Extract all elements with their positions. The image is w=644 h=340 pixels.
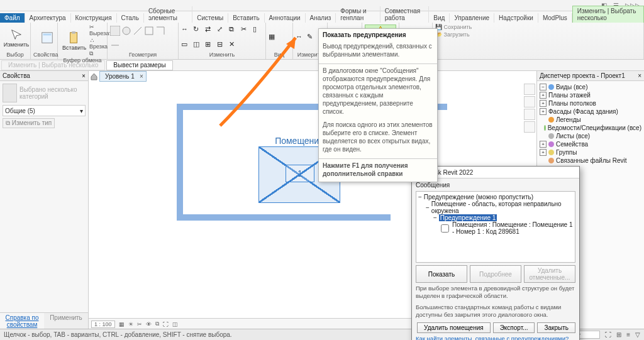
- panel-label: Выбор: [3, 52, 28, 58]
- tab-architecture[interactable]: Архитектура: [25, 13, 71, 23]
- geom-icon[interactable]: [121, 26, 131, 36]
- show-button[interactable]: Показать: [416, 265, 467, 283]
- modify-button[interactable]: Изменить: [3, 25, 30, 50]
- view-tab-level1[interactable]: Уровень 1: [99, 71, 147, 82]
- home-icon[interactable]: [90, 72, 98, 80]
- expand-icon[interactable]: +: [540, 92, 547, 99]
- geom-icon[interactable]: [155, 26, 165, 36]
- mod-icon[interactable]: ✕: [229, 40, 239, 50]
- tab-manage[interactable]: Управление: [450, 13, 494, 23]
- mod-icon[interactable]: ⤢: [217, 25, 227, 35]
- tab-insert[interactable]: Вставить: [228, 13, 264, 23]
- help-link[interactable]: Как найти элементы, связанные с предупре…: [416, 335, 575, 341]
- expand-icon[interactable]: −: [540, 84, 547, 90]
- delete-rooms-button[interactable]: Удалить помещения: [417, 322, 491, 333]
- mod-icon[interactable]: ◫: [193, 40, 203, 50]
- tree-views[interactable]: Виды (все): [556, 84, 587, 90]
- mod-icon[interactable]: ▭: [181, 40, 191, 50]
- save-selection[interactable]: 💾 Сохранить: [435, 24, 472, 30]
- status-icon[interactable]: ▽: [635, 331, 640, 338]
- tab-massing[interactable]: Формы и генплан: [336, 6, 380, 23]
- vc-icon[interactable]: ⛶: [163, 321, 169, 327]
- geom-icon[interactable]: [110, 40, 120, 50]
- tree-legends[interactable]: Легенды: [556, 116, 581, 123]
- tree-ceilings[interactable]: Планы потолков: [548, 100, 596, 107]
- mod-icon[interactable]: ✂: [241, 25, 251, 35]
- tree-sheets[interactable]: Листы (все): [556, 133, 590, 140]
- mod-icon[interactable]: ⊞: [205, 40, 215, 50]
- mod-icon[interactable]: ⇄: [205, 25, 215, 35]
- tab-steel[interactable]: Сталь: [117, 13, 144, 23]
- geom-icon[interactable]: [133, 26, 143, 36]
- tab-annotate[interactable]: Аннотации: [265, 13, 306, 23]
- vc-icon[interactable]: ⧉: [155, 321, 159, 327]
- close-button[interactable]: Закрыть: [537, 322, 575, 333]
- mod-icon[interactable]: ↻: [193, 25, 203, 35]
- mod-icon[interactable]: ▯: [253, 25, 263, 35]
- load-selection[interactable]: 📂 Загрузить: [435, 31, 470, 38]
- expand-icon[interactable]: +: [540, 108, 547, 115]
- mod-icon[interactable]: ⊟: [217, 40, 227, 50]
- properties-help-link[interactable]: Справка по свойствам: [0, 313, 44, 329]
- tab-modplus[interactable]: ModPlus: [538, 13, 572, 23]
- tab-structure[interactable]: Конструкция: [71, 13, 117, 23]
- properties-button[interactable]: [33, 25, 61, 50]
- expand-icon[interactable]: +: [540, 141, 547, 148]
- tab-collab[interactable]: Совместная работа: [380, 6, 430, 23]
- dimensions-button[interactable]: Вывести размеры: [106, 60, 172, 70]
- vc-icon[interactable]: ◫: [172, 321, 178, 327]
- geom-icon[interactable]: [110, 26, 120, 36]
- measure-icon[interactable]: ↔: [296, 33, 306, 43]
- warn-element[interactable]: Помещения : Помещение : Помещение 1 - Но…: [452, 221, 573, 235]
- status-icon[interactable]: ⛶: [605, 331, 611, 338]
- tree-families[interactable]: Семейства: [556, 141, 588, 148]
- svg-rect-4: [110, 26, 120, 36]
- paste-button[interactable]: Вставить: [60, 28, 88, 53]
- tree-groups[interactable]: Группы: [556, 149, 577, 156]
- status-icon[interactable]: ⊞: [616, 331, 621, 338]
- tab-addins[interactable]: Надстройки: [494, 13, 538, 23]
- tree-schedules[interactable]: Ведомости/Спецификации (все): [548, 124, 641, 131]
- close-icon[interactable]: ×: [82, 72, 86, 79]
- dialog-info: При выборе элемента в древовидной структ…: [416, 283, 575, 302]
- panel-label: Вид: [269, 52, 290, 58]
- navwheel-icon[interactable]: [524, 84, 535, 95]
- warning-tree[interactable]: −Предупреждение (можно пропустить) −Поме…: [416, 191, 575, 263]
- svg-rect-1: [43, 33, 52, 35]
- zoom-icon[interactable]: [524, 109, 535, 120]
- warn-item-selected[interactable]: Предупреждение 1: [439, 214, 497, 221]
- scale-dropdown[interactable]: 1 : 100: [91, 321, 115, 328]
- orbit-icon[interactable]: [524, 121, 535, 133]
- view-icon[interactable]: ▦: [269, 33, 279, 43]
- warn-checkbox[interactable]: [441, 224, 449, 233]
- warn-room[interactable]: Помещение - область, которая неправильно…: [431, 200, 573, 214]
- tab-modify-multi[interactable]: Изменить | Выбрать несколько: [572, 6, 644, 23]
- tab-precast[interactable]: Сборные элементы: [144, 6, 192, 23]
- type-name: Выбрано несколько категорий: [19, 86, 86, 100]
- vc-icon[interactable]: ✂: [137, 321, 142, 327]
- vc-icon[interactable]: ☀: [128, 321, 133, 327]
- tree-elevations[interactable]: Фасады (Фасад здания): [548, 108, 618, 115]
- geom-icon[interactable]: [144, 26, 154, 36]
- tab-analyze[interactable]: Анализ: [306, 13, 336, 23]
- apply-button[interactable]: Применить: [44, 313, 88, 329]
- export-button[interactable]: Экспорт...: [493, 322, 535, 333]
- vc-icon[interactable]: ▦: [119, 321, 125, 327]
- mod-icon[interactable]: ↔: [181, 25, 191, 35]
- vc-icon[interactable]: 👁: [146, 321, 152, 327]
- warn-root[interactable]: Предупреждение (можно пропустить): [424, 194, 533, 200]
- status-icon[interactable]: ≡: [626, 331, 630, 338]
- expand-icon[interactable]: +: [540, 149, 547, 156]
- tab-file[interactable]: Файл: [0, 13, 25, 23]
- mod-icon[interactable]: ⧉: [229, 25, 239, 35]
- close-icon[interactable]: ×: [638, 72, 641, 79]
- measure-icon[interactable]: ✎: [307, 33, 317, 43]
- tab-view[interactable]: Вид: [429, 13, 450, 23]
- expand-icon[interactable]: +: [540, 100, 547, 107]
- category-dropdown[interactable]: Общие (5)▾: [3, 105, 86, 116]
- tab-systems[interactable]: Системы: [192, 13, 228, 23]
- pan-icon[interactable]: [524, 96, 535, 107]
- tree-links[interactable]: Связанные файлы Revit: [556, 157, 627, 164]
- edit-type-button[interactable]: ⧉ Изменить тип: [3, 118, 55, 128]
- tree-floorplans[interactable]: Планы этажей: [548, 92, 591, 99]
